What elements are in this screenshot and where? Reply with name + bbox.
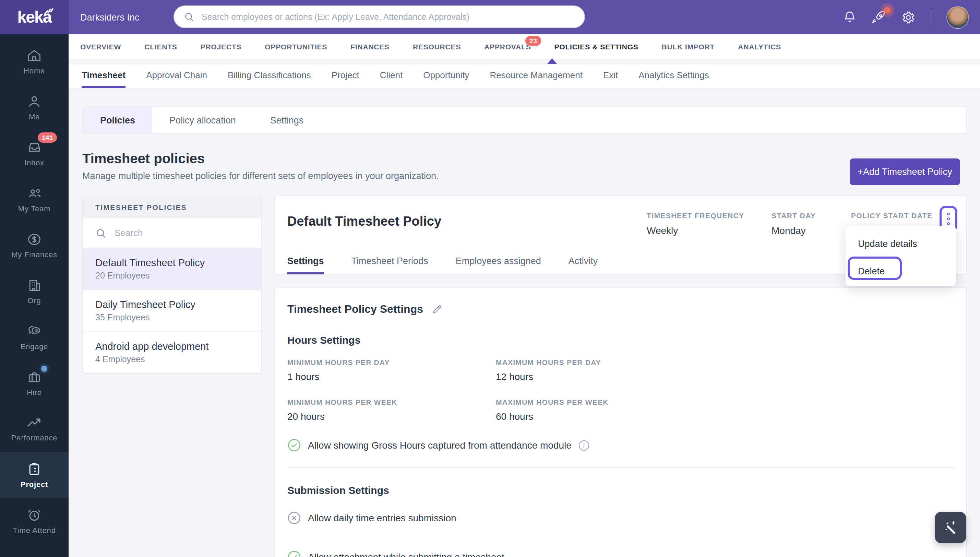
bell-icon[interactable] xyxy=(843,10,856,24)
header-divider xyxy=(931,9,931,25)
policy-detail-title: Default Timesheet Policy xyxy=(288,214,441,229)
hours-settings-grid: MINIMUM HOURS PER DAY 1 hours MAXIMUM HO… xyxy=(288,358,954,422)
sidebar-item-inbox[interactable]: 141 Inbox xyxy=(0,130,68,176)
avatar[interactable] xyxy=(946,6,969,28)
global-search-input[interactable] xyxy=(200,11,575,22)
subtab-approval-chain[interactable]: Approval Chain xyxy=(146,65,207,88)
building-icon xyxy=(27,278,42,293)
home-icon xyxy=(27,48,42,63)
search-icon xyxy=(184,11,194,22)
sidebar-item-home[interactable]: Home xyxy=(0,38,68,85)
check-circle-icon xyxy=(288,550,301,557)
header-icons xyxy=(843,0,969,34)
menu-item-update-details[interactable]: Update details xyxy=(845,226,956,257)
tab-bulk-import[interactable]: BULK IMPORT xyxy=(662,42,715,51)
policy-list-item[interactable]: Android app development 4 Employees xyxy=(83,332,261,373)
tab-policies-settings[interactable]: POLICIES & SETTINGS xyxy=(554,42,639,51)
sidebar-item-my-team[interactable]: My Team xyxy=(0,176,68,222)
sidebar-item-engage[interactable]: Engage xyxy=(0,314,68,360)
tab-settings[interactable]: Settings xyxy=(253,107,321,133)
info-icon[interactable] xyxy=(579,439,590,451)
sidebar-item-project[interactable]: Project xyxy=(0,452,68,498)
inbox-badge: 141 xyxy=(38,132,57,143)
app-root: keka Darksiders Inc Home xyxy=(0,0,980,557)
tab-timesheet-periods[interactable]: Timesheet Periods xyxy=(351,250,428,274)
sidebar-item-hire[interactable]: Hire xyxy=(0,360,68,406)
tab-policy-settings[interactable]: Settings xyxy=(288,250,324,274)
sidebar-item-my-finances[interactable]: My Finances xyxy=(0,222,68,268)
keka-logo[interactable]: keka xyxy=(0,0,68,34)
search-icon xyxy=(95,227,106,238)
sidebar-item-time-attend[interactable]: Time Attend xyxy=(0,498,68,544)
meta-timesheet-frequency: TIMESHEET FREQUENCY Weekly xyxy=(647,211,744,236)
subtab-client[interactable]: Client xyxy=(380,65,403,88)
top-header: keka Darksiders Inc xyxy=(0,0,980,34)
tab-activity[interactable]: Activity xyxy=(569,250,598,274)
subtab-analytics-settings[interactable]: Analytics Settings xyxy=(639,65,709,88)
magic-wand-icon xyxy=(942,519,959,536)
company-name: Darksiders Inc xyxy=(80,12,140,22)
sidebar-item-performance[interactable]: Performance xyxy=(0,406,68,452)
policies-search-input[interactable] xyxy=(113,227,249,239)
clipboard-icon xyxy=(27,462,42,477)
timesheet-policies-panel: TIMESHEET POLICIES Default Timesheet Pol… xyxy=(82,195,262,374)
trend-up-icon xyxy=(26,416,42,430)
tab-finances[interactable]: FINANCES xyxy=(351,42,390,51)
logo-spark-icon xyxy=(42,5,54,15)
check-circle-icon xyxy=(288,438,301,452)
add-timesheet-policy-button[interactable]: +Add Timesheet Policy xyxy=(850,158,960,185)
magic-wand-fab[interactable] xyxy=(935,512,966,543)
policies-section-tabs: Policies Policy allocation Settings xyxy=(82,106,967,134)
settings-subnav: Timesheet Approval Chain Billing Classif… xyxy=(68,65,980,88)
min-hours-per-day: MINIMUM HOURS PER DAY 1 hours xyxy=(288,358,496,382)
x-circle-icon xyxy=(288,511,301,525)
policies-search[interactable] xyxy=(83,218,261,248)
tab-approvals[interactable]: APPROVALS23 xyxy=(484,42,531,51)
policy-detail-tabs: Settings Timesheet Periods Employees ass… xyxy=(288,250,598,274)
tab-analytics[interactable]: ANALYTICS xyxy=(738,42,781,51)
hours-settings-heading: Hours Settings xyxy=(288,334,954,346)
policy-list-item[interactable]: Daily Timesheet Policy 35 Employees xyxy=(83,290,261,332)
section-divider xyxy=(288,467,955,468)
chat-heart-icon xyxy=(26,324,42,339)
tab-opportunities[interactable]: OPPORTUNITIES xyxy=(265,42,327,51)
menu-item-delete[interactable]: Delete xyxy=(845,257,956,285)
rocket-badge-dot xyxy=(884,7,891,13)
global-search[interactable] xyxy=(174,5,585,28)
gross-hours-setting: Allow showing Gross Hours captured from … xyxy=(288,438,954,452)
tab-resources[interactable]: RESOURCES xyxy=(413,42,461,51)
policy-settings-card: Timesheet Policy Settings Hours Settings… xyxy=(274,287,967,557)
tab-policy-allocation[interactable]: Policy allocation xyxy=(152,107,253,133)
meta-start-day: START DAY Monday xyxy=(772,211,816,236)
tab-projects[interactable]: PROJECTS xyxy=(201,42,242,51)
gear-icon[interactable] xyxy=(901,10,915,24)
hire-badge-dot xyxy=(41,366,47,372)
tab-clients[interactable]: CLIENTS xyxy=(145,42,177,51)
subtab-opportunity[interactable]: Opportunity xyxy=(423,65,469,88)
subtab-project[interactable]: Project xyxy=(332,65,359,88)
max-hours-per-day: MAXIMUM HOURS PER DAY 12 hours xyxy=(496,358,704,382)
policy-actions-menu: Update details Delete xyxy=(845,226,956,286)
policy-list-item[interactable]: Default Timesheet Policy 20 Employees xyxy=(83,248,261,290)
attachment-setting: Allow attachment while submitting a time… xyxy=(288,550,954,557)
subtab-billing-classifications[interactable]: Billing Classifications xyxy=(228,65,311,88)
dollar-circle-icon xyxy=(27,232,42,247)
alarm-clock-icon xyxy=(27,508,42,523)
subtab-exit[interactable]: Exit xyxy=(603,65,618,88)
subtab-timesheet[interactable]: Timesheet xyxy=(81,65,125,88)
inbox-icon: 141 xyxy=(27,140,42,155)
subtab-resource-management[interactable]: Resource Management xyxy=(490,65,583,88)
kebab-icon xyxy=(947,213,950,215)
policies-panel-header: TIMESHEET POLICIES xyxy=(83,196,261,218)
users-icon xyxy=(26,186,42,201)
sidebar-item-me[interactable]: Me xyxy=(0,85,68,130)
tab-employees-assigned[interactable]: Employees assigned xyxy=(456,250,541,274)
briefcase-icon xyxy=(27,370,42,385)
edit-pencil-icon[interactable] xyxy=(431,304,442,315)
tab-policies[interactable]: Policies xyxy=(83,107,152,133)
sidebar-item-org[interactable]: Org xyxy=(0,268,68,314)
left-rail: Home Me 141 Inbox My Team My Finances Or… xyxy=(0,34,68,557)
tab-overview[interactable]: OVERVIEW xyxy=(80,42,121,51)
rocket-icon[interactable] xyxy=(872,10,886,24)
module-nav: OVERVIEW CLIENTS PROJECTS OPPORTUNITIES … xyxy=(68,34,980,59)
